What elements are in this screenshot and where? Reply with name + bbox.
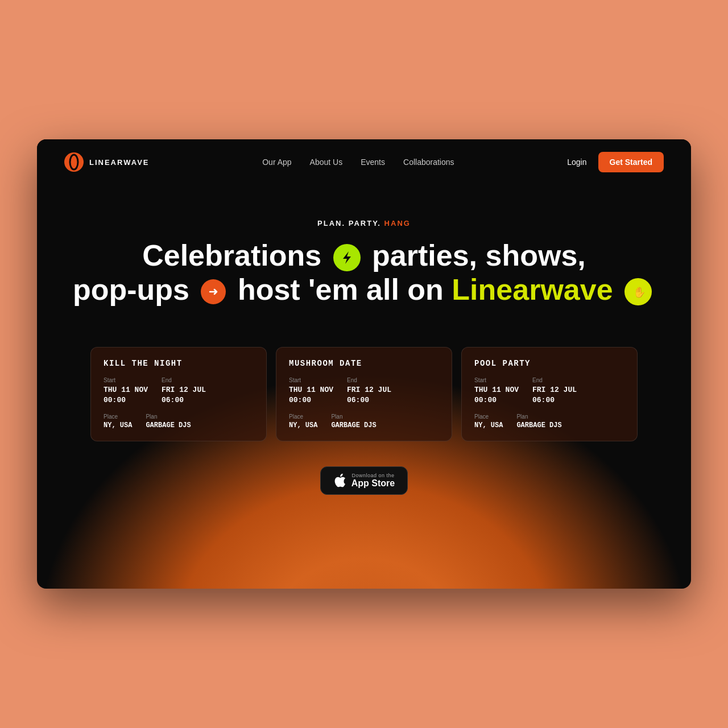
event-dates-1: Start THU 11 NOV00:00 End FRI 12 JUL06:0…: [289, 377, 439, 406]
start-value-0: THU 11 NOV00:00: [104, 385, 148, 406]
event-details-2: Place NY, USA Plan GARBAGE DJS: [474, 413, 624, 429]
login-button[interactable]: Login: [567, 158, 586, 167]
appstore-large-text: App Store: [351, 478, 395, 489]
event-card-0: KILL THE NIGHT Start THU 11 NOV00:00 End…: [90, 347, 267, 441]
place-group-1: Place NY, USA: [289, 413, 317, 429]
navbar: LINEARWAVE Our App About Us Events Colla…: [37, 139, 691, 185]
event-dates-2: Start THU 11 NOV00:00 End FRI 12 JUL06:0…: [474, 377, 624, 406]
event-card-title-0: KILL THE NIGHT: [104, 359, 254, 368]
svg-text:✋: ✋: [633, 286, 646, 299]
nav-link-our-app[interactable]: Our App: [262, 158, 291, 167]
nav-link-collaborations[interactable]: Collaborations: [403, 158, 454, 167]
event-dates-0: Start THU 11 NOV00:00 End FRI 12 JUL06:0…: [104, 377, 254, 406]
appstore-small-text: Download on the: [351, 473, 395, 478]
end-group-2: End FRI 12 JUL06:00: [532, 377, 577, 406]
arrow-icon: [201, 279, 226, 304]
lightning-icon: [333, 244, 361, 271]
event-details-1: Place NY, USA Plan GARBAGE DJS: [289, 413, 439, 429]
hero-section: PLAN. PARTY. HANG Celebrations parties, …: [37, 185, 691, 336]
logo-area: LINEARWAVE: [64, 152, 149, 172]
get-started-button[interactable]: Get Started: [598, 152, 664, 172]
end-value-0: FRI 12 JUL06:00: [162, 385, 206, 406]
end-group-0: End FRI 12 JUL06:00: [162, 377, 206, 406]
headline-line1: Celebrations parties, shows,: [142, 239, 586, 272]
event-card-2: POOL PARTY Start THU 11 NOV00:00 End FRI…: [461, 347, 638, 441]
end-value-1: FRI 12 JUL06:00: [347, 385, 391, 406]
appstore-section: Download on the App Store: [37, 453, 691, 495]
end-group-1: End FRI 12 JUL06:00: [347, 377, 391, 406]
logo-text: LINEARWAVE: [89, 158, 149, 167]
app-store-button[interactable]: Download on the App Store: [320, 466, 408, 495]
plan-group-1: Plan GARBAGE DJS: [331, 413, 376, 429]
place-group-0: Place NY, USA: [104, 413, 132, 429]
plan-group-2: Plan GARBAGE DJS: [516, 413, 561, 429]
start-group-0: Start THU 11 NOV00:00: [104, 377, 148, 406]
end-value-2: FRI 12 JUL06:00: [532, 385, 577, 406]
tagline-plan: PLAN.: [317, 219, 345, 228]
nav-links: Our App About Us Events Collaborations: [262, 158, 454, 167]
apple-icon: [333, 473, 346, 488]
event-card-title-1: MUSHROOM DATE: [289, 359, 439, 368]
tagline-party: PARTY.: [349, 219, 381, 228]
logo-icon: [64, 152, 84, 172]
appstore-text-group: Download on the App Store: [351, 473, 395, 489]
tagline-hang: HANG: [384, 219, 411, 228]
hand-wave-icon: ✋: [624, 278, 652, 305]
headline-line2: pop-ups host 'em all on Linearwave ✋: [73, 273, 655, 306]
place-group-2: Place NY, USA: [474, 413, 503, 429]
nav-actions: Login Get Started: [567, 152, 664, 172]
event-details-0: Place NY, USA Plan GARBAGE DJS: [104, 413, 254, 429]
event-card-title-2: POOL PARTY: [474, 359, 624, 368]
start-value-2: THU 11 NOV00:00: [474, 385, 519, 406]
start-value-1: THU 11 NOV00:00: [289, 385, 333, 406]
hero-tagline: PLAN. PARTY. HANG: [64, 219, 664, 228]
plan-group-0: Plan GARBAGE DJS: [146, 413, 191, 429]
event-card-1: MUSHROOM DATE Start THU 11 NOV00:00 End …: [276, 347, 452, 441]
start-group-1: Start THU 11 NOV00:00: [289, 377, 333, 406]
hero-headline: Celebrations parties, shows, pop-ups: [64, 239, 664, 307]
nav-link-about-us[interactable]: About Us: [310, 158, 343, 167]
nav-link-events[interactable]: Events: [361, 158, 385, 167]
start-group-2: Start THU 11 NOV00:00: [474, 377, 519, 406]
svg-marker-2: [343, 251, 351, 264]
event-cards-section: KILL THE NIGHT Start THU 11 NOV00:00 End…: [37, 336, 691, 453]
browser-window: LINEARWAVE Our App About Us Events Colla…: [37, 139, 691, 589]
